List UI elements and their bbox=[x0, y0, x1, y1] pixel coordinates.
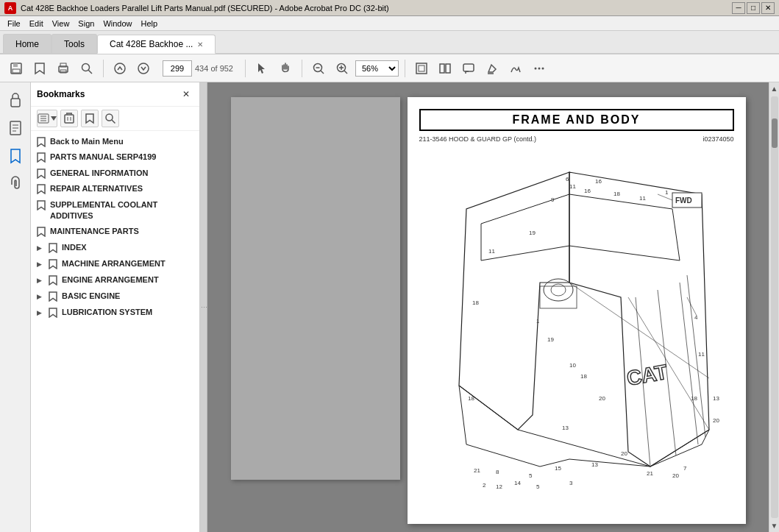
scroll-track[interactable] bbox=[771, 96, 778, 518]
svg-text:12: 12 bbox=[496, 483, 502, 490]
svg-text:13: 13 bbox=[713, 395, 719, 402]
zoom-out-icon bbox=[312, 62, 325, 75]
sidebar-icon-security[interactable] bbox=[4, 88, 27, 112]
pdf-area[interactable]: FRAME AND BODY 211-3546 HOOD & GUARD GP … bbox=[207, 82, 769, 532]
bookmark-item-engine-arr[interactable]: ▶ ENGINE ARRANGEMENT bbox=[31, 272, 199, 288]
svg-text:11: 11 bbox=[639, 195, 646, 202]
pdf-part-number: i02374050 bbox=[702, 135, 733, 143]
close-bookmarks-button[interactable]: ✕ bbox=[179, 87, 193, 102]
bookmark-options-button[interactable] bbox=[37, 110, 57, 127]
menu-file[interactable]: File bbox=[3, 18, 25, 29]
dropdown-icon bbox=[51, 116, 57, 121]
tab-document[interactable]: Cat 428E Backhoe ... ✕ bbox=[97, 35, 216, 54]
maximize-button[interactable]: □ bbox=[747, 2, 760, 14]
bookmark-icon-maintenance bbox=[37, 227, 46, 237]
menu-window[interactable]: Window bbox=[99, 18, 136, 29]
highlight-button[interactable] bbox=[482, 58, 502, 79]
bookmarks-title: Bookmarks bbox=[37, 89, 85, 99]
menu-sign[interactable]: Sign bbox=[74, 18, 99, 29]
svg-text:2: 2 bbox=[483, 482, 486, 489]
separator-3 bbox=[302, 60, 302, 77]
pdf-page: FRAME AND BODY 211-3546 HOOD & GUARD GP … bbox=[408, 97, 746, 524]
svg-text:18: 18 bbox=[472, 299, 479, 306]
bookmarks-panel: Bookmarks ✕ Back to bbox=[31, 82, 200, 532]
menu-edit[interactable]: Edit bbox=[25, 18, 48, 29]
menu-view[interactable]: View bbox=[48, 18, 74, 29]
svg-text:11: 11 bbox=[488, 248, 495, 255]
bookmark-icon-lubrication bbox=[49, 308, 57, 318]
svg-rect-85 bbox=[540, 286, 577, 308]
save-icon bbox=[10, 62, 23, 75]
menu-help[interactable]: Help bbox=[137, 18, 163, 29]
bookmark-item-general-info[interactable]: GENERAL INFORMATION bbox=[31, 166, 199, 181]
bookmark-label-general-info: GENERAL INFORMATION bbox=[50, 168, 193, 179]
vertical-scrollbar[interactable]: ▲ ▼ bbox=[769, 82, 779, 532]
tab-tools[interactable]: Tools bbox=[51, 34, 97, 53]
svg-text:6: 6 bbox=[566, 176, 569, 182]
bookmark-item-repair-alt[interactable]: REPAIR ALTERNATIVES bbox=[31, 181, 199, 196]
hand-tool-button[interactable] bbox=[275, 58, 296, 79]
close-button[interactable]: ✕ bbox=[761, 2, 775, 14]
bookmark-item-parts-manual[interactable]: PARTS MANUAL SERP4199 bbox=[31, 149, 199, 165]
page-number-input[interactable] bbox=[163, 60, 192, 77]
search-bookmarks-button[interactable] bbox=[102, 110, 119, 127]
svg-point-23 bbox=[535, 67, 537, 69]
minimize-button[interactable]: ─ bbox=[732, 2, 745, 14]
search-icon bbox=[80, 62, 93, 75]
sidebar-icon-attachments[interactable] bbox=[4, 172, 27, 196]
select-tool-button[interactable] bbox=[252, 58, 272, 79]
bookmark-item-machine-arr[interactable]: ▶ MACHINE ARRANGEMENT bbox=[31, 256, 199, 272]
svg-text:7: 7 bbox=[683, 465, 687, 472]
sidebar-icon-pages[interactable] bbox=[4, 116, 27, 140]
svg-line-16 bbox=[344, 71, 347, 74]
bookmark-item-index[interactable]: ▶ INDEX bbox=[31, 240, 199, 256]
svg-point-24 bbox=[538, 67, 541, 69]
prev-page-button[interactable] bbox=[110, 58, 130, 79]
layout-button[interactable] bbox=[435, 58, 455, 79]
svg-text:20: 20 bbox=[599, 395, 605, 402]
svg-point-84 bbox=[551, 284, 566, 296]
svg-point-8 bbox=[115, 63, 125, 74]
bookmark-item-basic-engine[interactable]: ▶ BASIC ENGINE bbox=[31, 288, 199, 305]
zoom-in-button[interactable] bbox=[332, 58, 352, 79]
zoom-out-button[interactable] bbox=[308, 58, 329, 79]
scroll-down-button[interactable]: ▼ bbox=[769, 519, 779, 532]
tab-bar: Home Tools Cat 428E Backhoe ... ✕ bbox=[0, 31, 779, 54]
bookmark-icon-machine-arr bbox=[49, 259, 57, 269]
svg-rect-19 bbox=[440, 64, 444, 73]
toolbar: 434 of 952 25% 50% 56% 75% 100% 125% 150… bbox=[0, 54, 779, 82]
save-button[interactable] bbox=[6, 58, 26, 79]
delete-bookmark-button[interactable] bbox=[60, 110, 78, 127]
bookmark-button[interactable] bbox=[29, 58, 50, 79]
bookmark-icon-repair-alt bbox=[37, 184, 46, 194]
tab-close-icon[interactable]: ✕ bbox=[197, 40, 203, 49]
svg-rect-2 bbox=[13, 69, 20, 73]
search-button[interactable] bbox=[77, 58, 97, 79]
new-bookmark-button[interactable] bbox=[81, 110, 99, 127]
bookmark-item-back[interactable]: Back to Main Menu bbox=[31, 134, 199, 149]
more-tools-button[interactable] bbox=[529, 58, 549, 79]
scroll-up-button[interactable]: ▲ bbox=[769, 82, 779, 95]
tab-home[interactable]: Home bbox=[3, 34, 51, 53]
print-button[interactable] bbox=[53, 58, 74, 79]
bookmarks-header: Bookmarks ✕ bbox=[31, 82, 199, 107]
comment-button[interactable] bbox=[458, 58, 479, 79]
bookmark-item-supplemental[interactable]: SUPPLEMENTAL COOLANT ADDITIVES bbox=[31, 197, 199, 224]
lock-icon bbox=[9, 92, 22, 108]
bookmark-icon-engine-arr bbox=[49, 275, 57, 285]
bookmarks-icon bbox=[10, 148, 21, 164]
fit-page-button[interactable] bbox=[411, 58, 432, 79]
page-count-label: 434 of 952 bbox=[195, 64, 233, 73]
bookmark-item-maintenance[interactable]: MAINTENANCE PARTS bbox=[31, 224, 199, 239]
signature-button[interactable] bbox=[505, 58, 526, 79]
panel-resize-handle[interactable]: ⋮ bbox=[200, 82, 207, 532]
zoom-select[interactable]: 25% 50% 56% 75% 100% 125% 150% 200% bbox=[355, 60, 399, 77]
options-icon bbox=[38, 113, 49, 124]
svg-text:20: 20 bbox=[621, 450, 627, 457]
next-page-button[interactable] bbox=[133, 58, 154, 79]
pdf-page-header: FRAME AND BODY bbox=[419, 109, 734, 131]
scroll-thumb[interactable] bbox=[772, 118, 778, 148]
bookmark-item-lubrication[interactable]: ▶ LUBRICATION SYSTEM bbox=[31, 305, 199, 321]
expand-icon-index: ▶ bbox=[34, 244, 44, 254]
sidebar-icon-bookmarks[interactable] bbox=[4, 144, 27, 168]
